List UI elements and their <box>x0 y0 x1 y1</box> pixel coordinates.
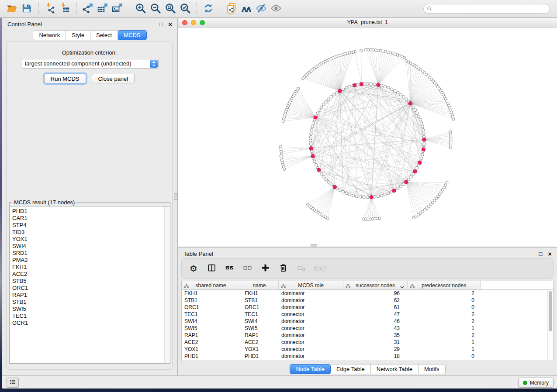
mcds-result-item[interactable]: SWI5 <box>10 306 170 313</box>
save-session-icon <box>21 3 32 15</box>
export-network-button[interactable] <box>80 1 95 16</box>
criterion-select[interactable]: largest connected component (undirected) <box>21 59 159 69</box>
mcds-result-item[interactable]: STB1 <box>10 299 170 306</box>
column-header-name[interactable]: name <box>240 281 279 289</box>
window-maximize-icon[interactable] <box>200 20 205 25</box>
mcds-result-item[interactable]: SWI4 <box>10 243 170 250</box>
close-table-panel-icon[interactable]: × <box>548 251 552 257</box>
table-scrollbar-thumb[interactable] <box>549 291 552 331</box>
mcds-result-item[interactable]: TEC1 <box>10 313 170 320</box>
mcds-result-item[interactable]: ORC1 <box>10 285 170 292</box>
task-history-button[interactable] <box>7 378 19 388</box>
table-row[interactable]: SWI4SWI4dominator462 <box>182 318 553 325</box>
table-cell: 0 <box>408 297 481 304</box>
table-row[interactable]: TEC1TEC1connector472 <box>182 311 553 318</box>
mcds-result-list[interactable]: PHD1CAR1STP4TID3YOX1SWI4SRD1PMA2FKH1ACE2… <box>10 206 170 363</box>
refresh-view-button[interactable] <box>201 1 216 16</box>
table-row[interactable]: ACE2ACE2connector311 <box>182 339 553 346</box>
tab-edge-table[interactable]: Edge Table <box>331 364 371 374</box>
table-row[interactable]: PHD1PHD1dominator180 <box>182 353 553 360</box>
column-header-MCDS-role[interactable]: MCDS role <box>279 281 343 289</box>
import-table-button[interactable] <box>57 1 72 16</box>
close-panel-icon[interactable]: × <box>168 21 172 28</box>
tab-network-table[interactable]: Network Table <box>371 364 419 374</box>
table-cell: dominator <box>279 353 343 360</box>
attribute-tree-icon <box>281 283 286 288</box>
column-header-successor-nodes[interactable]: successor nodes <box>343 281 408 289</box>
memory-label: Memory <box>530 380 549 386</box>
table-scrollbar[interactable] <box>547 290 553 361</box>
table-row[interactable]: YOX1YOX1connector291 <box>182 346 553 353</box>
show-all-button[interactable] <box>269 1 284 16</box>
open-file-button[interactable] <box>4 1 19 16</box>
zoom-selected-button[interactable] <box>178 1 193 16</box>
table-cell: 96 <box>343 290 408 297</box>
mcds-result-item[interactable]: RAP1 <box>10 292 170 299</box>
mcds-result-item[interactable]: STB5 <box>10 278 170 285</box>
mcds-result-item[interactable]: FKH1 <box>10 264 170 271</box>
tab-style[interactable]: Style <box>66 30 90 40</box>
tab-select[interactable]: Select <box>90 30 118 40</box>
column-header-predecessor-nodes[interactable]: predecessor nodes <box>408 281 481 289</box>
float-panel-icon[interactable]: □ <box>159 21 163 27</box>
table-row[interactable]: ORC1ORC1dominator610 <box>182 304 553 311</box>
table-settings-button[interactable]: ⚙ <box>189 264 198 273</box>
table-cell: 2 <box>408 311 481 318</box>
show-columns-button[interactable] <box>207 264 216 273</box>
desktop: { "toolbar": { "groups": [ ["open-file",… <box>0 0 557 392</box>
table-body: FKH1FKH1dominator962STB1STB1dominator620… <box>182 290 553 360</box>
mcds-result-item[interactable]: STP4 <box>10 222 170 229</box>
column-header-shared-name[interactable]: shared name <box>182 281 240 289</box>
table-row[interactable]: RAP1RAP1dominator352 <box>182 332 553 339</box>
mcds-result-item[interactable]: SRD1 <box>10 250 170 257</box>
table-row[interactable]: FKH1FKH1dominator962 <box>182 290 553 297</box>
function-builder-button: f(x) <box>314 264 324 273</box>
memory-button[interactable]: Memory <box>518 378 554 388</box>
deselect-all-button[interactable] <box>242 264 252 273</box>
table-header-row: shared namenameMCDS rolesuccessor nodesp… <box>182 281 553 290</box>
mcds-result-item[interactable]: TID3 <box>10 229 170 236</box>
delete-rows-button[interactable] <box>278 264 288 273</box>
select-all-button[interactable] <box>225 264 234 273</box>
save-session-button[interactable] <box>19 1 34 16</box>
tab-mcds[interactable]: MCDS <box>118 30 146 40</box>
mcds-result-item[interactable]: CAR1 <box>10 215 170 222</box>
share-document-button[interactable] <box>224 1 239 16</box>
search-input[interactable] <box>423 4 550 14</box>
hide-selected-button[interactable] <box>254 1 269 16</box>
mcds-result-item[interactable]: ACE2 <box>10 271 170 278</box>
table-header-filler <box>481 281 553 289</box>
mcds-result-item[interactable]: GCR1 <box>10 320 170 327</box>
table-row[interactable]: SWI5SWI5connector431 <box>182 325 553 332</box>
float-table-panel-icon[interactable]: □ <box>539 251 542 257</box>
run-mcds-button[interactable]: Run MCDS <box>44 74 86 83</box>
export-table-button[interactable] <box>95 1 110 16</box>
close-panel-button[interactable]: Close panel <box>92 74 135 83</box>
import-network-icon <box>44 3 55 15</box>
network-canvas[interactable] <box>178 28 557 247</box>
tab-node-table[interactable]: Node Table <box>290 364 331 374</box>
horizontal-splitter-handle[interactable] <box>311 244 317 247</box>
table-row[interactable]: STB1STB1dominator620 <box>182 297 553 304</box>
export-image-button[interactable] <box>110 1 125 16</box>
tab-network[interactable]: Network <box>33 30 66 40</box>
zoom-fit-button[interactable] <box>163 1 178 16</box>
window-minimize-icon[interactable] <box>191 20 196 25</box>
vertical-splitter-handle[interactable] <box>174 193 177 200</box>
search-network-button[interactable] <box>239 1 254 16</box>
network-window-titlebar[interactable]: YPA_prune.txt_1 <box>178 18 557 28</box>
network-graph[interactable] <box>178 28 557 247</box>
mcds-list-scrollbar[interactable] <box>164 206 170 363</box>
control-panel-header: Control Panel □ × <box>2 18 177 30</box>
table-cell: PHD1 <box>182 353 240 360</box>
table-cell: TEC1 <box>240 311 279 318</box>
zoom-out-button[interactable] <box>148 1 163 16</box>
mcds-result-item[interactable]: PHD1 <box>10 208 170 215</box>
window-close-icon[interactable] <box>182 20 187 25</box>
zoom-in-button[interactable] <box>133 1 148 16</box>
add-row-button[interactable] <box>260 264 270 273</box>
tab-motifs[interactable]: Motifs <box>419 364 446 374</box>
mcds-result-item[interactable]: YOX1 <box>10 236 170 243</box>
mcds-result-item[interactable]: PMA2 <box>10 257 170 264</box>
import-network-button[interactable] <box>42 1 57 16</box>
